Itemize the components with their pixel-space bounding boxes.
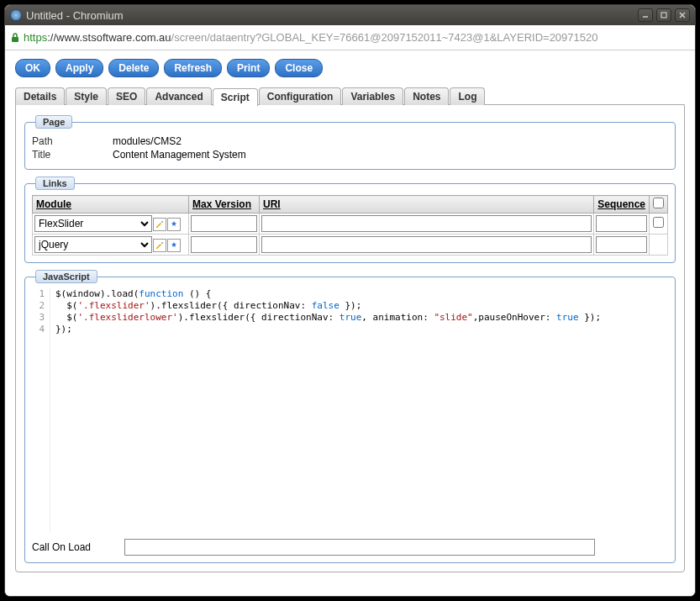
sequence-input[interactable] [596, 236, 647, 253]
tab-style[interactable]: Style [66, 87, 107, 105]
url-host: ://www.stsoftware.com.au [47, 31, 171, 44]
max-version-input[interactable] [191, 236, 257, 253]
add-icon[interactable] [167, 218, 181, 231]
address-bar[interactable]: https ://www.stsoftware.com.au /screen/d… [5, 25, 695, 50]
path-label: Path [32, 135, 113, 147]
links-legend: Links [35, 177, 75, 190]
url-protocol: https [24, 31, 47, 44]
col-module[interactable]: Module [33, 196, 189, 214]
line-gutter: 1234 [32, 288, 50, 532]
edit-icon[interactable] [153, 239, 166, 252]
url-path: /screen/dataentry?GLOBAL_KEY=76661@20971… [171, 31, 598, 44]
window-title: Untitled - Chromium [26, 9, 638, 22]
page-content: OK Apply Delete Refresh Print Close Deta… [5, 50, 695, 596]
titlebar: Untitled - Chromium [5, 5, 695, 25]
row-checkbox[interactable] [653, 217, 664, 228]
col-uri[interactable]: URI [260, 196, 594, 214]
links-table: Module Max Version URI Sequence FlexSlid… [32, 195, 668, 256]
chromium-icon [10, 9, 22, 21]
max-version-input[interactable] [191, 215, 257, 232]
apply-button[interactable]: Apply [55, 59, 103, 77]
ok-button[interactable]: OK [15, 59, 50, 77]
javascript-legend: JavaScript [35, 270, 97, 283]
tab-variables[interactable]: Variables [342, 87, 403, 105]
links-fieldset: Links Module Max Version URI Sequence Fl… [24, 177, 676, 263]
delete-button[interactable]: Delete [108, 59, 159, 77]
select-all-checkbox[interactable] [653, 198, 664, 208]
tab-configuration[interactable]: Configuration [259, 87, 342, 105]
uri-input[interactable] [261, 236, 592, 253]
code-editor[interactable]: 1234 $(window).load(function () { $('.fl… [32, 288, 668, 532]
page-legend: Page [35, 115, 72, 129]
module-select[interactable]: FlexSlider [34, 215, 152, 232]
uri-input[interactable] [261, 215, 592, 232]
svg-rect-1 [661, 13, 666, 18]
call-on-load-input[interactable] [124, 539, 595, 556]
action-button-row: OK Apply Delete Refresh Print Close [15, 59, 685, 77]
page-fieldset: Page Pathmodules/CMS2 TitleContent Manag… [24, 115, 676, 170]
table-row: jQuery [33, 235, 668, 256]
code-text[interactable]: $(window).load(function () { $('.flexsli… [50, 288, 601, 532]
close-window-button[interactable] [675, 8, 690, 22]
col-max-version[interactable]: Max Version [189, 196, 260, 214]
browser-window: Untitled - Chromium https ://www.stsoftw… [4, 4, 696, 597]
refresh-button[interactable]: Refresh [164, 59, 222, 77]
tab-bar: Details Style SEO Advanced Script Config… [15, 87, 685, 105]
col-select-all[interactable] [650, 196, 668, 214]
maximize-button[interactable] [656, 8, 671, 22]
tab-seo[interactable]: SEO [108, 87, 145, 105]
javascript-fieldset: JavaScript 1234 $(window).load(function … [24, 270, 676, 563]
minimize-button[interactable] [638, 8, 653, 22]
svg-rect-4 [12, 37, 18, 42]
sequence-input[interactable] [596, 215, 647, 232]
tab-details[interactable]: Details [15, 87, 65, 105]
title-label: Title [32, 149, 113, 161]
module-select[interactable]: jQuery [34, 236, 152, 253]
script-panel: Page Pathmodules/CMS2 TitleContent Manag… [15, 104, 685, 572]
call-on-load-label: Call On Load [32, 541, 116, 553]
tab-notes[interactable]: Notes [404, 87, 449, 105]
path-value: modules/CMS2 [113, 135, 182, 147]
table-row: FlexSlider [33, 214, 668, 235]
tab-advanced[interactable]: Advanced [146, 87, 211, 105]
tab-log[interactable]: Log [450, 87, 485, 105]
close-button[interactable]: Close [275, 59, 323, 77]
print-button[interactable]: Print [227, 59, 270, 77]
col-sequence[interactable]: Sequence [594, 196, 650, 214]
tab-script[interactable]: Script [213, 88, 258, 106]
edit-icon[interactable] [153, 218, 166, 231]
title-value: Content Management System [113, 149, 246, 161]
lock-icon [10, 32, 20, 44]
add-icon[interactable] [167, 239, 181, 252]
